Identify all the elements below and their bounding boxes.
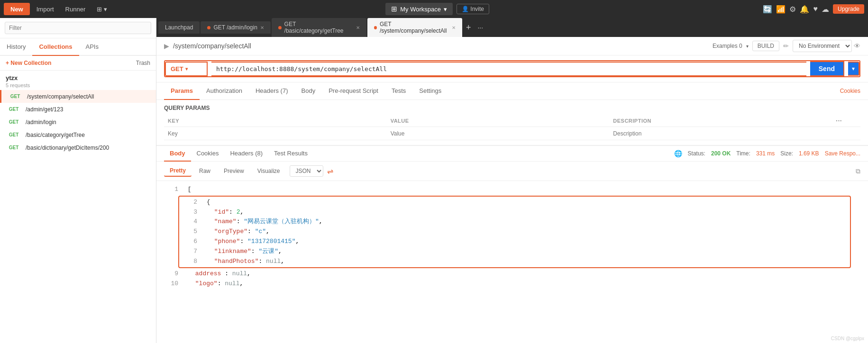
request-path: /system/company/selectAll <box>27 93 94 100</box>
req-tab-settings[interactable]: Settings <box>412 82 448 100</box>
sync-icon[interactable]: 🔄 <box>763 5 772 14</box>
heart-icon[interactable]: ♥ <box>813 5 818 13</box>
tab-category-gettree[interactable]: GET /basic/category/getTree ✕ <box>272 18 366 37</box>
tab-close-icon[interactable]: ✕ <box>452 25 456 30</box>
send-dropdown[interactable]: ▾ <box>848 62 859 76</box>
json-line-3: 3 "id": 2, <box>183 208 846 217</box>
value-input[interactable] <box>391 130 606 137</box>
workspace-icon: ⊞ <box>391 5 397 13</box>
upgrade-button[interactable]: Upgrade <box>833 4 864 14</box>
resp-tab-test-results[interactable]: Test Results <box>268 146 313 162</box>
runner-button[interactable]: Runner <box>61 3 91 15</box>
tab-admin-login[interactable]: GET /admin/login ✕ <box>201 21 271 34</box>
request-item[interactable]: GET /basic/category/getTree <box>0 128 156 141</box>
resp-tab-cookies[interactable]: Cookies <box>191 146 225 162</box>
examples-button[interactable]: Examples 0 <box>713 43 742 49</box>
globe-icon: 🌐 <box>674 150 682 157</box>
collection-name[interactable]: ytzx <box>6 74 150 81</box>
req-tab-body[interactable]: Body <box>295 82 322 100</box>
url-input[interactable] <box>211 62 806 76</box>
workspace-label: My Workspace <box>400 6 441 13</box>
request-bar: GET ▾ Send ▾ <box>164 60 860 77</box>
method-badge-get: GET <box>6 131 22 138</box>
method-chevron: ▾ <box>185 66 188 72</box>
sidebar-list: ytzx 5 requests GET /system/company/sele… <box>0 71 156 343</box>
request-path-header: ▶ /system/company/selectAll <box>164 42 251 50</box>
body-tab-pretty[interactable]: Pretty <box>164 165 192 177</box>
description-input[interactable] <box>613 130 828 137</box>
body-tab-visualize[interactable]: Visualize <box>252 166 286 176</box>
format-select[interactable]: JSON <box>290 165 323 177</box>
col-key: KEY <box>164 115 387 127</box>
new-button[interactable]: New <box>4 3 30 15</box>
request-tabs: Params Authorization Headers (7) Body Pr… <box>156 82 868 100</box>
request-item[interactable]: GET /basic/dictionary/getDicItems/200 <box>0 141 156 154</box>
tab-collections[interactable]: Collections <box>32 38 79 56</box>
body-tab-raw[interactable]: Raw <box>193 166 216 176</box>
json-line-7: 7 "linkname": "云课", <box>183 247 846 257</box>
key-input[interactable] <box>168 130 383 137</box>
request-item[interactable]: GET /admin/get/123 <box>0 103 156 116</box>
layout-button[interactable]: ⊞ ▾ <box>92 3 112 15</box>
filter-input[interactable] <box>5 22 151 34</box>
wifi-icon[interactable]: 📶 <box>776 5 786 14</box>
cookies-button[interactable]: Cookies <box>840 83 860 99</box>
eye-icon[interactable]: 👁 <box>854 42 860 50</box>
json-line-2: 2 { <box>183 198 846 208</box>
json-line-9: 9 address : null, <box>164 269 860 279</box>
edit-icon[interactable]: ✏ <box>783 42 789 50</box>
examples-chevron[interactable]: ▾ <box>746 44 749 49</box>
copy-icon[interactable]: ⧉ <box>856 167 860 175</box>
request-item[interactable]: GET /admin/login <box>0 116 156 128</box>
resp-tab-body[interactable]: Body <box>164 146 191 162</box>
request-path: /admin/login <box>26 119 56 126</box>
tab-launchpad[interactable]: Launchpad <box>158 21 200 34</box>
size-value: 1.69 KB <box>799 150 819 157</box>
settings-icon[interactable]: ⚙ <box>789 5 796 14</box>
request-path: /basic/category/getTree <box>26 132 85 138</box>
tab-company-selectall[interactable]: GET /system/company/selectAll ✕ <box>367 18 462 37</box>
method-badge-get: GET <box>7 93 23 100</box>
request-item[interactable]: GET /system/company/selectAll <box>0 90 156 103</box>
tab-close-icon[interactable]: ✕ <box>260 25 264 30</box>
request-path: /basic/dictionary/getDicItems/200 <box>26 144 109 151</box>
req-tab-authorization[interactable]: Authorization <box>200 82 249 100</box>
json-response-highlight: 2 { 3 "id": 2, 4 <box>178 196 851 269</box>
req-tab-prerequest[interactable]: Pre-request Script <box>322 82 385 100</box>
time-label: Time: <box>736 150 750 157</box>
method-select[interactable]: GET ▾ <box>165 62 208 76</box>
build-button[interactable]: BUILD <box>752 41 779 51</box>
invite-button[interactable]: 👤 Invite <box>457 4 489 14</box>
json-viewer: 1 [ 2 { 3 "id": 2, <box>156 181 868 293</box>
tab-close-icon[interactable]: ✕ <box>356 25 360 30</box>
save-response-button[interactable]: Save Respo... <box>825 150 860 157</box>
req-tab-params[interactable]: Params <box>164 82 200 100</box>
sidebar-tabs: History Collections APIs <box>0 38 156 56</box>
collection-count: 5 requests <box>6 82 150 88</box>
bell-icon[interactable]: 🔔 <box>800 5 809 14</box>
wrap-icon[interactable]: ⇌ <box>327 167 333 176</box>
cloud-icon[interactable]: ☁ <box>822 5 829 14</box>
json-line-5: 5 "orgType": "c", <box>183 227 846 237</box>
tab-more-button[interactable]: ··· <box>475 24 486 31</box>
req-tab-headers[interactable]: Headers (7) <box>249 82 295 100</box>
workspace-button[interactable]: ⊞ My Workspace ▾ <box>385 3 453 15</box>
response-body: 1 [ 2 { 3 "id": 2, <box>156 181 868 343</box>
env-select[interactable]: No Environment <box>793 40 852 52</box>
resp-tab-headers[interactable]: Headers (8) <box>224 146 268 162</box>
method-badge-get: GET <box>6 144 22 151</box>
send-button[interactable]: Send <box>810 61 844 76</box>
tab-add-button[interactable]: + <box>463 23 474 33</box>
body-tab-preview[interactable]: Preview <box>218 166 250 176</box>
import-button[interactable]: Import <box>32 3 59 15</box>
new-collection-button[interactable]: + New Collection <box>6 60 51 66</box>
status-value: 200 OK <box>711 150 731 157</box>
trash-button[interactable]: Trash <box>136 60 150 66</box>
workspace-chevron: ▾ <box>444 6 447 13</box>
response-body-tabs: Pretty Raw Preview Visualize JSON ⇌ ⧉ <box>156 162 868 181</box>
req-tab-tests[interactable]: Tests <box>385 82 412 100</box>
tab-history[interactable]: History <box>0 38 32 56</box>
tab-apis[interactable]: APIs <box>79 38 105 56</box>
watermark: CSDN @cgplpx <box>831 336 864 341</box>
params-more-icon[interactable]: ··· <box>836 117 842 125</box>
